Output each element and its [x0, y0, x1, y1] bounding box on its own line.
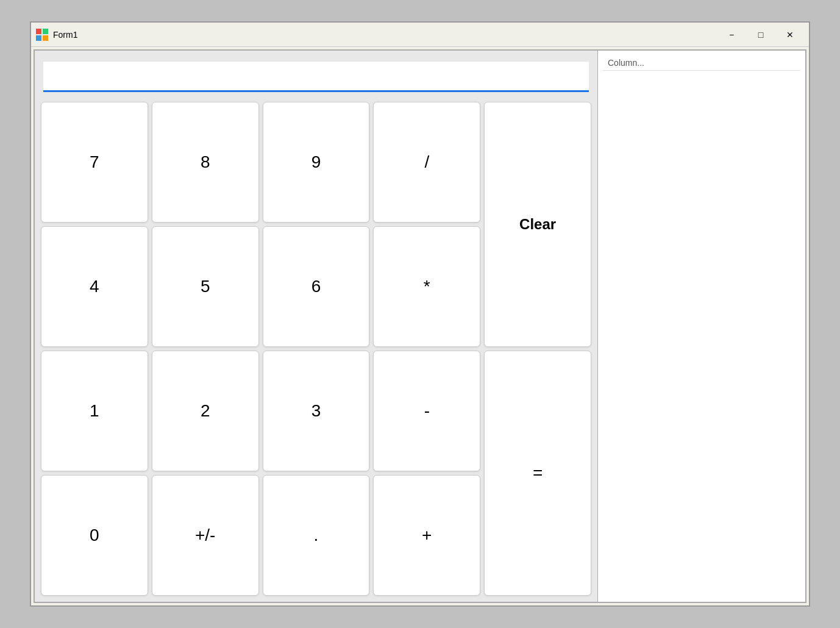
- main-window: Form1 − □ ✕ 7 8 9 / Clear 4: [30, 21, 810, 607]
- btn-8[interactable]: 8: [152, 102, 259, 223]
- btn-multiply[interactable]: *: [373, 226, 480, 347]
- column-label: Column...: [603, 55, 800, 71]
- btn-1[interactable]: 1: [41, 351, 148, 471]
- btn-5[interactable]: 5: [152, 226, 259, 347]
- btn-equals[interactable]: =: [484, 351, 591, 596]
- svg-rect-2: [36, 35, 41, 41]
- title-bar: Form1 − □ ✕: [31, 23, 809, 47]
- btn-divide[interactable]: /: [373, 102, 480, 223]
- btn-decimal[interactable]: .: [263, 475, 370, 596]
- btn-9[interactable]: 9: [263, 102, 370, 223]
- display-input[interactable]: [43, 62, 589, 92]
- maximize-button[interactable]: □: [747, 26, 775, 44]
- window-body: 7 8 9 / Clear 4 5 6 * 1 2 3 - = 0: [34, 49, 806, 603]
- window-title: Form1: [53, 30, 717, 40]
- btn-subtract[interactable]: -: [373, 351, 480, 471]
- btn-2[interactable]: 2: [152, 351, 259, 471]
- calculator-panel: 7 8 9 / Clear 4 5 6 * 1 2 3 - = 0: [35, 51, 598, 602]
- svg-rect-0: [36, 29, 41, 34]
- btn-3[interactable]: 3: [263, 351, 370, 471]
- btn-6[interactable]: 6: [263, 226, 370, 347]
- buttons-grid: 7 8 9 / Clear 4 5 6 * 1 2 3 - = 0: [41, 102, 591, 596]
- btn-7[interactable]: 7: [41, 102, 148, 223]
- close-button[interactable]: ✕: [776, 26, 804, 44]
- app-icon: [36, 29, 48, 41]
- display-area: [41, 57, 591, 97]
- btn-4[interactable]: 4: [41, 226, 148, 347]
- btn-0[interactable]: 0: [41, 475, 148, 596]
- btn-plusminus[interactable]: +/-: [152, 475, 259, 596]
- svg-rect-1: [43, 29, 48, 34]
- right-panel: Column...: [598, 51, 805, 602]
- svg-rect-3: [43, 35, 48, 41]
- btn-add[interactable]: +: [373, 475, 480, 596]
- btn-clear[interactable]: Clear: [484, 102, 591, 347]
- minimize-button[interactable]: −: [717, 26, 746, 44]
- window-controls: − □ ✕: [717, 26, 804, 44]
